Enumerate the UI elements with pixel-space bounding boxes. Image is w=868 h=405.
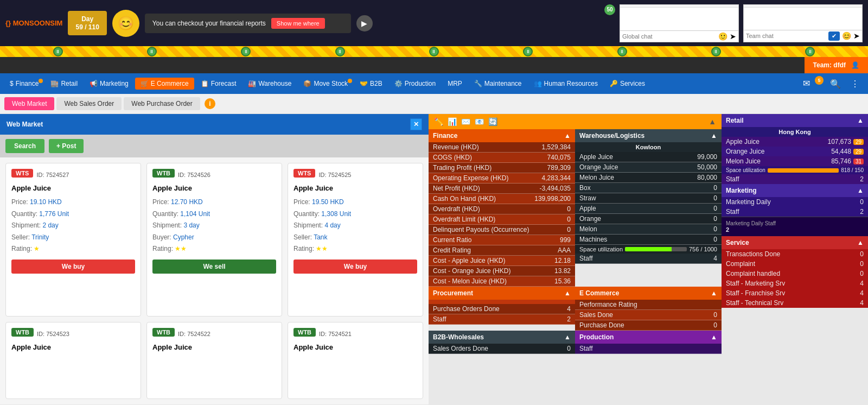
sub-nav-webmarket[interactable]: Web Market — [4, 97, 54, 110]
search-icon[interactable]: 🔍 — [826, 77, 845, 91]
ecommerce-chevron[interactable]: ▲ — [711, 289, 717, 297]
more-icon[interactable]: ⋮ — [846, 77, 864, 91]
service-fr-body: Transactions Done 0 Complaint 0 Complain… — [722, 249, 868, 308]
procurement-section: Procurement ▲ Purchase Orders Done4 Staf… — [429, 287, 575, 331]
chat-section: 50 🙂 ➤ ✔ 😊 ➤ — [604, 4, 863, 42]
nav-menu: $ Finance 🏬 Retail 📢 Marketing 🛒 E Comme… — [0, 73, 868, 94]
post-button[interactable]: + Post — [49, 139, 84, 153]
finance-chevron-up[interactable]: ▲ — [564, 132, 571, 140]
web-market-title: Web Market — [7, 121, 43, 128]
card-id-3: ID: 7524525 — [318, 172, 351, 178]
kowloon-label: Kowloon — [575, 142, 722, 152]
orange-juice-badge: 29 — [853, 149, 864, 155]
we-buy-button-3[interactable]: We buy — [293, 260, 417, 274]
melon-juice-badge: 31 — [853, 159, 864, 164]
search-button[interactable]: Search — [5, 139, 44, 153]
nav-item-mrp[interactable]: MRP — [442, 78, 468, 90]
timeline-dot-9[interactable]: ⏸ — [805, 47, 815, 56]
sub-nav-webpurchase[interactable]: Web Purchase Order — [124, 97, 200, 110]
day-badge: Day 59 / 110 — [68, 11, 106, 35]
global-chat-input[interactable] — [622, 33, 716, 40]
sub-nav-websales[interactable]: Web Sales Order — [56, 97, 122, 110]
timeline-dot-2[interactable]: ⏸ — [147, 47, 157, 56]
nav-item-ecommerce[interactable]: 🛒 E Commerce — [135, 78, 194, 90]
b2b-chevron[interactable]: ▲ — [564, 333, 571, 341]
timeline-dot-8[interactable]: ⏸ — [711, 47, 721, 56]
retail-row-3: Melon Juice 85,746 31 — [722, 156, 868, 166]
nav-item-forecast[interactable]: 📋 Forecast — [195, 78, 242, 90]
mail-icon[interactable]: ✉ — [799, 77, 814, 90]
ecommerce-section-header: E Commerce ▲ — [575, 287, 722, 300]
timeline-dot-6[interactable]: ⏸ — [523, 47, 533, 56]
nav-item-finance[interactable]: $ Finance — [4, 78, 44, 90]
production-body: Staff — [575, 344, 722, 354]
production-chevron[interactable]: ▲ — [711, 333, 717, 341]
marketing-row-1: Marketing Daily 0 — [722, 197, 868, 207]
envelope-chart-icon[interactable]: 📧 — [475, 117, 484, 126]
we-sell-button-2[interactable]: We sell — [152, 260, 276, 274]
apple-juice-badge: 29 — [853, 139, 864, 145]
warehouse-section: Warehouse/Logistics ▲ Kowloon Apple Juic… — [575, 129, 722, 287]
send-icon[interactable]: ➤ — [730, 32, 736, 41]
nav-item-production[interactable]: ⚙️ Production — [389, 78, 441, 90]
bar-chart-icon[interactable]: 📊 — [448, 117, 457, 126]
msg-count-bubble: 50 — [604, 4, 615, 42]
marketing-fr-section: Marketing ▲ Marketing Daily 0 Staff 2 Ma… — [722, 184, 868, 236]
global-chat-box: 🙂 ➤ — [620, 4, 739, 42]
timeline-dot-1[interactable]: ⏸ — [53, 47, 63, 56]
timeline-dot-5[interactable]: ⏸ — [429, 47, 439, 56]
timeline-dot-4[interactable]: ⏸ — [335, 47, 345, 56]
b2b-section-header: B2B-Wholesales ▲ — [429, 331, 575, 344]
nav-item-hr[interactable]: 👥 Human Resources — [528, 78, 603, 90]
nav-item-services[interactable]: 🔑 Services — [604, 78, 650, 90]
team-emoji-icon[interactable]: 😊 — [842, 31, 851, 40]
nav-item-retail[interactable]: 🏬 Retail — [45, 78, 83, 90]
card-id-6: ID: 7524521 — [319, 331, 352, 337]
nav-item-warehouse[interactable]: 🏭 Warehouse — [242, 78, 297, 90]
retail-chevron-up[interactable]: ▲ — [857, 117, 864, 124]
nav-item-movestock[interactable]: 📦 Move Stock — [298, 78, 353, 90]
production-icon: ⚙️ — [394, 80, 403, 87]
services-icon: 🔑 — [610, 80, 618, 87]
card-title-2: Apple Juice — [152, 184, 276, 192]
emoji-icon[interactable]: 🙂 — [718, 32, 727, 41]
timeline-dot-7[interactable]: ⏸ — [617, 47, 627, 56]
pencil-icon[interactable]: ✏️ — [434, 117, 443, 126]
team-send-icon[interactable]: ➤ — [853, 31, 860, 40]
sub-nav: Web Market Web Sales Order Web Purchase … — [0, 94, 868, 114]
card-title-1: Apple Juice — [11, 184, 135, 192]
timeline-bar: ⏸ ⏸ ⏸ ⏸ ⏸ ⏸ ⏸ ⏸ ⏸ — [0, 46, 868, 57]
show-me-button[interactable]: Show me where — [271, 18, 325, 29]
refresh-icon[interactable]: 🔄 — [488, 117, 497, 126]
marketing-chevron-up[interactable]: ▲ — [857, 187, 864, 194]
card-id-2: ID: 7524526 — [178, 172, 210, 178]
notification-bar: You can checkout your financial reports … — [145, 14, 351, 33]
envelope-icon[interactable]: ✉️ — [461, 117, 470, 126]
card-details-1: Price: 19.10 HKD Quantity: 1,776 Unit Sh… — [11, 197, 135, 255]
service-row-1: Transactions Done 0 — [722, 249, 868, 259]
nav-item-marketing[interactable]: 📢 Marketing — [84, 78, 134, 90]
chevron-up-icon[interactable]: ▲ — [709, 117, 716, 126]
we-buy-button-1[interactable]: We buy — [11, 260, 135, 274]
forecast-icon: 📋 — [201, 80, 209, 87]
top-bar: {} MONSOONSIM Day 59 / 110 😊 You can che… — [0, 0, 868, 46]
dashboard-row-1: Finance ▲ Revenue (HKD)1,529,384 COGS (H… — [429, 129, 722, 287]
service-chevron-up[interactable]: ▲ — [857, 239, 864, 246]
retail-staff-row: Staff 2 — [722, 174, 868, 184]
panel-toolbar: Search + Post — [0, 135, 429, 157]
info-icon[interactable]: i — [205, 98, 215, 109]
app-logo: {} MONSOONSIM — [5, 19, 62, 27]
nav-arrow-button[interactable]: ▶ — [356, 15, 373, 31]
card-id-1: ID: 7524527 — [36, 172, 69, 178]
main-content: Web Market ✕ Search + Post WTS ID: 75245… — [0, 114, 868, 404]
panel-close-button[interactable]: ✕ — [410, 118, 422, 130]
timeline-dot-3[interactable]: ⏸ — [241, 47, 251, 56]
retail-progress-fill — [768, 168, 839, 173]
finance-section: Finance ▲ Revenue (HKD)1,529,384 COGS (H… — [429, 129, 575, 287]
team-chat-input[interactable] — [746, 33, 826, 39]
marketing-icon: 📢 — [90, 80, 98, 87]
nav-item-b2b[interactable]: 🤝 B2B — [354, 78, 388, 90]
warehouse-chevron-up[interactable]: ▲ — [711, 132, 717, 140]
nav-item-maintenance[interactable]: 🔧 Maintenance — [469, 78, 527, 90]
procurement-chevron[interactable]: ▲ — [564, 289, 571, 297]
